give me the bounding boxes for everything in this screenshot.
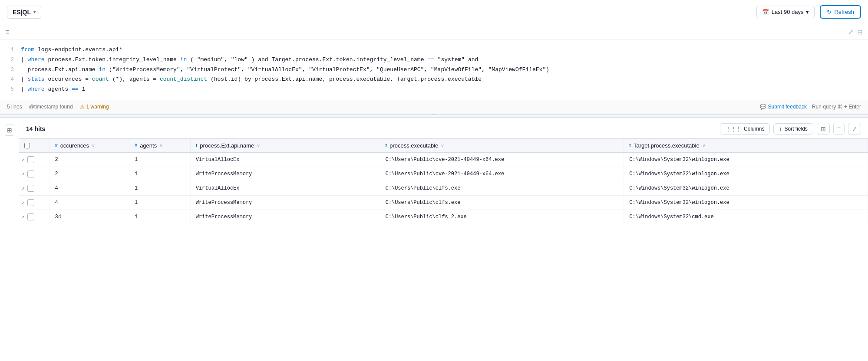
sort-fields-button[interactable]: ↕ Sort fields (773, 123, 813, 135)
date-range-button[interactable]: 📅 Last 90 days ▾ (756, 6, 815, 18)
results-table-container: # occurences ∨ # agents ∨ (19, 138, 868, 224)
row-actions-cell: ↗ (19, 167, 50, 181)
grid-view-button[interactable]: ⊞ (817, 123, 830, 135)
sort-down-icon: ∨ (92, 143, 95, 148)
toolbar-right: ⤢ ⊟ (848, 28, 863, 36)
shortcut-label: ⌘ + Enter (838, 104, 861, 110)
th-agents[interactable]: # agents ∨ (129, 139, 191, 153)
top-bar: ES|QL ▾ 📅 Last 90 days ▾ ↻ Refresh (0, 0, 868, 24)
cell-target-exec: C:\Windows\System32\winlogon.exe (624, 152, 868, 167)
fullscreen-button[interactable]: ⤢ (848, 123, 861, 135)
th-agents-label: agents (140, 142, 157, 149)
line-number-4: 4 (3, 75, 14, 84)
th-process-exec-label: process.executable (389, 142, 438, 149)
expand-row-icon[interactable]: ↗ (22, 213, 25, 220)
table-row: ↗ 2 1 WriteProcessMemory C:\Users\Public… (19, 167, 868, 181)
chevron-down-icon: ▾ (33, 10, 36, 14)
table-row: ↗ 4 1 VirtualAllocEx C:\Users\Public\clf… (19, 181, 868, 195)
th-target-exec[interactable]: t Target.process.executable ∨ (624, 139, 868, 153)
code-text: (host.id) by process.Ext.api.name, proce… (211, 76, 482, 82)
expand-row-icon[interactable]: ↗ (22, 156, 25, 163)
line-content-3: process.Ext.api.name in ("WriteProcessMe… (21, 66, 549, 75)
sort-down-icon-5: ∨ (702, 143, 706, 148)
row-actions-cell: ↗ (19, 152, 50, 167)
expand-icon[interactable]: ⤢ (848, 28, 854, 36)
expand-row-icon[interactable]: ↗ (22, 199, 25, 206)
expand-row-icon[interactable]: ↗ (22, 171, 25, 177)
esql-dropdown-button[interactable]: ES|QL ▾ (7, 6, 41, 19)
toolbar-left: ≡ (5, 28, 9, 36)
hits-count: 14 hits (26, 125, 45, 132)
table-row: ↗ 4 1 WriteProcessMemory C:\Users\Public… (19, 195, 868, 210)
editor-section: ≡ ⤢ ⊟ 1 from logs-endpoint.events.api* 2… (0, 24, 868, 114)
row-checkbox[interactable] (27, 185, 34, 192)
keyword-count-distinct: count_distinct (160, 76, 207, 82)
resize-handle[interactable]: = (0, 114, 868, 118)
code-text: (*), agents = (112, 76, 160, 82)
th-occurences-label: occurences (60, 142, 89, 149)
grid-icon: ⊞ (821, 125, 826, 132)
cell-target-exec: C:\Windows\System32\winlogon.exe (624, 181, 868, 195)
code-text: agents (48, 86, 72, 92)
sort-down-icon-3: ∨ (257, 143, 260, 148)
cell-api-name: WriteProcessMemory (190, 195, 380, 210)
chevron-down-icon: ▾ (806, 9, 809, 15)
row-checkbox[interactable] (27, 171, 34, 177)
select-all-checkbox[interactable] (24, 143, 30, 148)
columns-button[interactable]: ⋮⋮⋮ Columns (720, 123, 770, 135)
code-text: logs-endpoint.events.api* (38, 46, 122, 53)
cell-occurences: 2 (50, 152, 129, 167)
results-table: # occurences ∨ # agents ∨ (19, 139, 868, 224)
row-checkbox[interactable] (27, 199, 34, 206)
editor-toolbar: ≡ ⤢ ⊟ (0, 24, 868, 40)
col-type-num-icon-2: # (135, 143, 137, 148)
warning-badge[interactable]: ⚠ 1 warning (80, 104, 109, 110)
table-row: ↗ 2 1 VirtualAllocEx C:\Users\Public\cve… (19, 152, 868, 167)
columns-icon: ⋮⋮⋮ (726, 126, 741, 132)
table-header-row: # occurences ∨ # agents ∨ (19, 139, 868, 153)
th-occurences[interactable]: # occurences ∨ (50, 139, 129, 153)
editor-status-bar: 5 lines @timestamp found ⚠ 1 warning 💬 S… (0, 100, 868, 114)
line-number-2: 2 (3, 56, 14, 64)
code-text: process.Ext.token.integrity_level_name (48, 56, 180, 63)
cell-target-exec: C:\Windows\System32\cmd.exe (624, 210, 868, 224)
sort-icon: ↕ (779, 126, 782, 132)
expand-row-icon[interactable]: ↗ (22, 185, 25, 191)
th-actions (19, 139, 50, 153)
cell-agents: 1 (129, 181, 191, 195)
cell-occurences: 2 (50, 167, 129, 181)
lines-count: 5 lines (7, 104, 22, 110)
code-text: ) and Target.process.Ext.token.integrity… (251, 56, 428, 63)
menu-icon[interactable]: ≡ (5, 28, 9, 36)
code-text: "medium", "low" (197, 56, 248, 63)
th-api-name[interactable]: t process.Ext.api.name ∨ (190, 139, 380, 153)
code-editor[interactable]: 1 from logs-endpoint.events.api* 2 | whe… (0, 40, 868, 100)
code-line-5: 5 | where agents == 1 (0, 85, 868, 95)
refresh-label: Refresh (834, 9, 854, 15)
cell-agents: 1 (129, 167, 191, 181)
keyword-where-2: where (28, 86, 45, 92)
warning-text: 1 warning (86, 104, 109, 110)
panel-icon[interactable]: ⊟ (857, 28, 863, 36)
line-content-5: | where agents == 1 (21, 85, 85, 94)
refresh-button[interactable]: ↻ Refresh (820, 5, 861, 19)
th-process-exec[interactable]: t process.executable ∨ (380, 139, 624, 153)
cell-process-exec: C:\Users\Public\cve-2021-40449-x64.exe (380, 152, 624, 167)
submit-feedback-link[interactable]: 💬 Submit feedback (760, 104, 807, 110)
col-type-text-icon-2: t (386, 143, 387, 148)
row-checkbox[interactable] (27, 213, 34, 220)
refresh-icon: ↻ (827, 9, 832, 15)
list-view-button[interactable]: ≡ (833, 123, 845, 135)
sort-fields-label: Sort fields (784, 126, 807, 132)
submit-feedback-label: Submit feedback (768, 104, 807, 110)
keyword-count: count (92, 76, 109, 82)
line-number-3: 3 (3, 66, 14, 74)
keyword-in: in (180, 56, 187, 63)
cell-process-exec: C:\Users\Public\clfs.exe (380, 181, 624, 195)
calendar-icon: 📅 (762, 9, 769, 15)
row-checkbox[interactable] (27, 156, 34, 163)
fields-panel-toggle[interactable]: ⊞ (5, 125, 14, 136)
row-actions-cell: ↗ (19, 195, 50, 210)
code-line-2: 2 | where process.Ext.token.integrity_le… (0, 55, 868, 65)
operator-eq-2: == (72, 86, 79, 92)
